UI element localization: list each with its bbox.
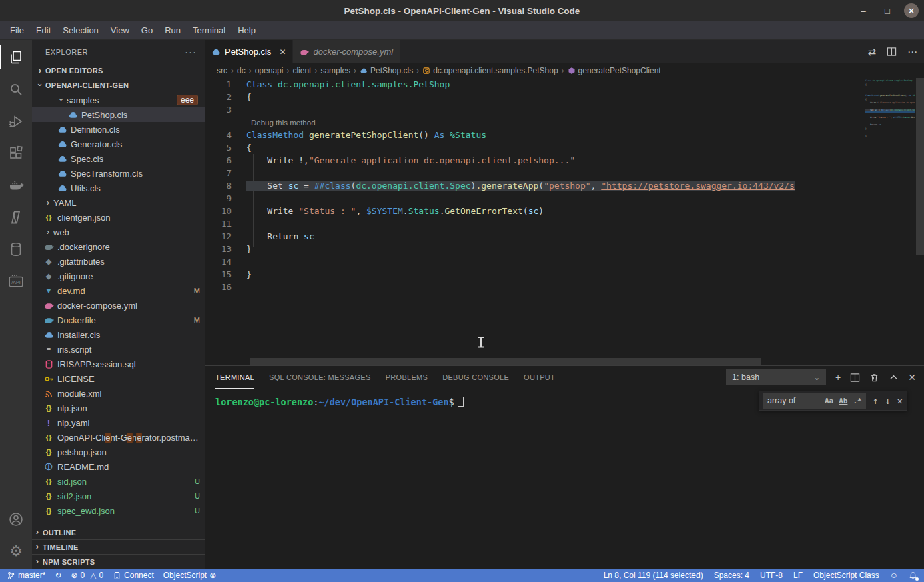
menu-help[interactable]: Help	[232, 21, 262, 39]
terminal[interactable]: Aa Ab .* ↑ ↓ ✕ lorenzo@pc-lorenzo:~/dev/…	[205, 389, 924, 569]
tree-item-yaml[interactable]: ›YAML	[32, 195, 205, 210]
tree-item-nlp-yaml[interactable]: !nlp.yaml	[32, 415, 205, 430]
tree-item-petshop-cls[interactable]: PetShop.cls	[32, 107, 205, 122]
account-icon[interactable]	[0, 503, 32, 535]
minimap[interactable]: 1Class dc.openapi.client.samples.PetShop…	[865, 79, 915, 142]
tree-item-samples[interactable]: ›sampleseee	[32, 93, 205, 107]
sync-icon[interactable]: ↻	[55, 571, 61, 580]
code-editor[interactable]: 1Class dc.openapi.client.samples.PetShop…	[205, 78, 924, 365]
tree-item-petshop-json[interactable]: {}petshop.json	[32, 445, 205, 459]
objectscript-status-item[interactable]: ObjectScript ⊗	[163, 571, 216, 580]
tree-item-nlp-json[interactable]: {}nlp.json	[32, 401, 205, 415]
tree-item-iris-script[interactable]: ≡iris.script	[32, 342, 205, 357]
tree-item-irisapp-session-sql[interactable]: IRISAPP.session.sql	[32, 357, 205, 371]
eol-item[interactable]: LF	[793, 571, 803, 580]
menu-selection[interactable]: Selection	[57, 21, 104, 39]
panel-tab-sql-console-messages[interactable]: SQL CONSOLE: MESSAGES	[269, 366, 371, 389]
tree-item-module-xml[interactable]: module.xml	[32, 386, 205, 401]
minimize-button[interactable]: –	[856, 3, 871, 18]
intersystems-objectscript-icon[interactable]	[0, 201, 32, 233]
split-editor-icon[interactable]	[887, 47, 897, 57]
tree-item-generator-cls[interactable]: Generator.cls	[32, 137, 205, 151]
menu-run[interactable]: Run	[159, 21, 187, 39]
tree-item-installer-cls[interactable]: Installer.cls	[32, 327, 205, 342]
connect-item[interactable]: Connect	[113, 571, 154, 580]
vertical-scrollbar[interactable]	[916, 78, 924, 255]
maximize-button[interactable]: □	[880, 3, 895, 18]
breadcrumb-dc-openapi-client-samples-petshop[interactable]: dc.openapi.client.samples.PetShop	[422, 66, 558, 75]
feedback-icon[interactable]: ☺	[890, 571, 898, 580]
tree-item-web[interactable]: ›web	[32, 225, 205, 239]
cursor-position-item[interactable]: Ln 8, Col 119 (114 selected)	[604, 571, 703, 580]
close-tab-icon[interactable]: ✕	[279, 47, 286, 57]
menu-file[interactable]: File	[4, 21, 30, 39]
open-editors-section[interactable]: › OPEN EDITORS	[32, 63, 205, 78]
section-npm-scripts[interactable]: ›NPM SCRIPTS	[32, 554, 205, 569]
tab-docker-compose-yml[interactable]: docker-compose.yml	[293, 40, 400, 63]
panel-tab-problems[interactable]: PROBLEMS	[386, 366, 428, 389]
tree-item-sid2-json[interactable]: {}sid2.jsonU	[32, 489, 205, 503]
more-actions-icon[interactable]: ⋯	[907, 46, 917, 58]
encoding-item[interactable]: UTF-8	[760, 571, 783, 580]
maximize-panel-icon[interactable]	[889, 373, 899, 383]
find-close-icon[interactable]: ✕	[897, 395, 903, 406]
breadcrumb-dc[interactable]: dc	[237, 66, 246, 75]
menu-view[interactable]: View	[105, 21, 135, 39]
breadcrumb-generatepetshopclient[interactable]: generatePetShopClient	[568, 66, 661, 75]
problems-item[interactable]: ⊗0 △0	[71, 571, 103, 580]
close-button[interactable]: ✕	[904, 3, 919, 18]
settings-gear-icon[interactable]: ⚙	[0, 535, 32, 567]
find-input[interactable]	[767, 396, 819, 405]
git-branch-item[interactable]: master*	[7, 571, 45, 580]
regex-icon[interactable]: .*	[853, 397, 861, 405]
extensions-icon[interactable]	[0, 137, 32, 169]
breadcrumb-petshop-cls[interactable]: PetShop.cls	[360, 66, 413, 75]
panel-tab-debug-console[interactable]: DEBUG CONSOLE	[442, 366, 509, 389]
notifications-bell-icon[interactable]	[909, 571, 917, 580]
tree-item-utils-cls[interactable]: Utils.cls	[32, 181, 205, 195]
panel-tab-output[interactable]: OUTPUT	[524, 366, 555, 389]
search-icon[interactable]	[0, 73, 32, 105]
tree-item-dev-md[interactable]: ▼dev.mdM	[32, 283, 205, 298]
workspace-root-section[interactable]: › OPENAPI-CLIENT-GEN	[32, 78, 205, 93]
codelens-debug-this-method[interactable]: Debug this method	[205, 116, 915, 129]
indentation-item[interactable]: Spaces: 4	[714, 571, 749, 580]
section-timeline[interactable]: ›TIMELINE	[32, 539, 205, 554]
compare-changes-icon[interactable]: ⇄	[867, 46, 876, 58]
tree-item-definition-cls[interactable]: Definition.cls	[32, 122, 205, 137]
language-mode-item[interactable]: ObjectScript Class	[813, 571, 879, 580]
explorer-icon[interactable]	[0, 41, 32, 73]
breadcrumb-openapi[interactable]: openapi	[255, 66, 284, 75]
kill-terminal-icon[interactable]	[869, 373, 879, 383]
breadcrumb-src[interactable]: src	[217, 66, 227, 75]
section-outline[interactable]: ›OUTLINE	[32, 525, 205, 539]
split-terminal-icon[interactable]	[850, 373, 860, 383]
new-terminal-icon[interactable]: +	[835, 372, 841, 383]
tree-item-gitattributes[interactable]: ◆.gitattributes	[32, 254, 205, 269]
menu-terminal[interactable]: Terminal	[187, 21, 232, 39]
tab-petshop-cls[interactable]: PetShop.cls✕	[205, 40, 293, 63]
breadcrumb-client[interactable]: client	[292, 66, 311, 75]
tree-item-clientgen-json[interactable]: {}clientgen.json	[32, 210, 205, 225]
tree-item-spectransform-cls[interactable]: SpecTransform.cls	[32, 166, 205, 181]
menu-go[interactable]: Go	[135, 21, 159, 39]
horizontal-scrollbar[interactable]	[250, 358, 761, 365]
database-icon[interactable]	[0, 233, 32, 265]
tree-item-spec-cls[interactable]: Spec.cls	[32, 151, 205, 166]
docker-icon[interactable]	[0, 169, 32, 201]
tree-item-spec-ewd-json[interactable]: {}spec_ewd.jsonU	[32, 503, 205, 518]
rest-api-icon[interactable]: /API	[0, 265, 32, 297]
tree-item-docker-compose-yml[interactable]: docker-compose.yml	[32, 298, 205, 313]
breadcrumb-samples[interactable]: samples	[320, 66, 350, 75]
whole-word-icon[interactable]: Ab	[839, 397, 847, 405]
close-panel-icon[interactable]: ✕	[908, 372, 916, 383]
find-next-icon[interactable]: ↓	[885, 395, 890, 406]
run-debug-icon[interactable]	[0, 105, 32, 137]
tree-item-license[interactable]: LICENSE	[32, 371, 205, 386]
tree-item-sid-json[interactable]: {}sid.jsonU	[32, 474, 205, 489]
terminal-shell-select[interactable]: 1: bash ⌄	[726, 369, 826, 385]
panel-tab-terminal[interactable]: TERMINAL	[215, 366, 254, 389]
sidebar-more-actions-icon[interactable]: ···	[185, 46, 197, 57]
tree-item-gitignore[interactable]: ◆.gitignore	[32, 269, 205, 283]
menu-edit[interactable]: Edit	[30, 21, 57, 39]
